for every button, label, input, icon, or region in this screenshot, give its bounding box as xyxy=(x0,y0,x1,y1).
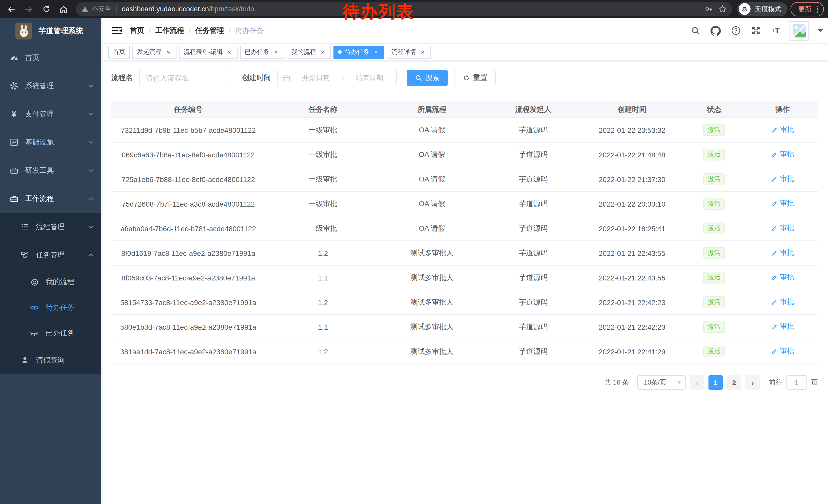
goto-page-input[interactable] xyxy=(786,375,807,390)
task-time: 2022-01-22 20:33:10 xyxy=(583,191,681,216)
approve-link[interactable]: 审批 xyxy=(771,150,794,159)
workflow-submenu: 流程管理 任务管理 我的流程 xyxy=(0,213,101,374)
close-icon[interactable]: × xyxy=(226,48,233,56)
close-icon[interactable]: × xyxy=(372,48,380,56)
sidebar-item-label: 任务管理 xyxy=(36,250,65,260)
breadcrumb-task-mgmt[interactable]: 任务管理 xyxy=(196,26,224,35)
col-status: 状态 xyxy=(681,102,747,118)
prev-page-button[interactable]: ‹ xyxy=(690,375,704,390)
task-name: 1.2 xyxy=(265,339,381,364)
sidebar-scrollbar[interactable] xyxy=(101,18,103,504)
sidebar-item-payment[interactable]: ¥ 支付管理 xyxy=(0,100,101,128)
breadcrumb-home[interactable]: 首页 xyxy=(130,26,144,35)
sidebar-item-label: 我的流程 xyxy=(46,277,74,287)
chevron-down-icon xyxy=(88,169,94,172)
approve-link[interactable]: 审批 xyxy=(771,322,794,331)
status-badge: 激活 xyxy=(703,222,725,234)
sidebar-item-done-tasks[interactable]: 已办任务 xyxy=(0,320,101,346)
approve-link[interactable]: 审批 xyxy=(771,347,794,356)
task-starter: 芋道源码 xyxy=(483,241,583,265)
date-range-picker[interactable]: 开始日期 - 结束日期 xyxy=(277,70,397,86)
sidebar-item-process-mgmt[interactable]: 流程管理 xyxy=(0,213,101,241)
sidebar-item-label: 工作流程 xyxy=(25,194,54,203)
chevron-up-icon xyxy=(88,197,94,200)
sidebar-item-label: 支付管理 xyxy=(25,109,54,119)
col-task-name: 任务名称 xyxy=(265,102,381,118)
status-badge: 激活 xyxy=(703,124,725,136)
yen-icon: ¥ xyxy=(9,110,19,119)
tab-done-tasks[interactable]: 已办任务× xyxy=(240,45,284,59)
sidebar-item-workflow[interactable]: 工作流程 xyxy=(0,185,101,213)
tab-start-process[interactable]: 发起流程× xyxy=(132,45,176,59)
tab-todo-tasks[interactable]: 待办任务× xyxy=(333,45,384,59)
task-id: a6aba0a4-7b6d-11ec-b781-acde48001122 xyxy=(111,216,265,241)
app-logo-row[interactable]: 芋道管理系统 xyxy=(0,18,101,44)
reset-button[interactable]: 重置 xyxy=(455,70,496,86)
table-row: 381aa1dd-7ac8-11ec-a9e2-a2380e71991a 1.2… xyxy=(111,339,818,364)
sidebar-item-home[interactable]: 首页 xyxy=(0,44,101,72)
process-name-label: 流程名 xyxy=(111,73,133,83)
tab-process-detail[interactable]: 流程详情× xyxy=(387,45,431,59)
security-chip[interactable]: 不安全 xyxy=(81,5,111,13)
tab-my-process[interactable]: 我的流程× xyxy=(287,45,331,59)
password-key-icon[interactable] xyxy=(704,5,713,13)
table-row: 069c6a63-7b8a-11ec-8ef0-acde48001122 一级审… xyxy=(111,142,818,167)
avatar-caret-icon[interactable] xyxy=(818,29,823,32)
github-icon[interactable] xyxy=(709,25,722,37)
page-size-select[interactable]: 10条/页 xyxy=(637,375,686,390)
page-button-2[interactable]: 2 xyxy=(727,375,741,390)
sidebar-collapse-icon[interactable] xyxy=(108,22,126,39)
task-process: 测试多审批人 xyxy=(381,339,483,364)
approve-link[interactable]: 审批 xyxy=(771,248,794,258)
font-size-icon[interactable]: TT xyxy=(770,25,782,37)
chevron-down-icon xyxy=(677,381,681,384)
tab-home[interactable]: 首页 xyxy=(108,45,130,59)
sidebar-item-todo-tasks[interactable]: 待办任务 xyxy=(0,295,101,320)
annotation-overlay: 待办列表 xyxy=(343,1,415,24)
sidebar-item-system[interactable]: 系统管理 xyxy=(0,72,101,100)
approve-link[interactable]: 审批 xyxy=(771,175,794,184)
bookmark-star-icon[interactable] xyxy=(718,5,727,13)
approve-link[interactable]: 审批 xyxy=(771,273,794,282)
process-name-input[interactable] xyxy=(139,70,230,86)
browser-update-button[interactable]: 更新 xyxy=(791,2,824,16)
close-icon[interactable]: × xyxy=(419,48,426,56)
chevron-up-icon xyxy=(88,253,94,257)
approve-link[interactable]: 审批 xyxy=(771,125,794,135)
browser-menu-icon[interactable] xyxy=(817,5,818,12)
task-name: 1.1 xyxy=(265,315,381,339)
task-time: 2022-01-22 21:37:30 xyxy=(583,167,681,191)
browser-forward-button[interactable] xyxy=(22,2,36,16)
pagination: 共 16 条 10条/页 ‹ 1 2 › 前往 页 xyxy=(111,375,818,390)
search-button[interactable]: 搜索 xyxy=(407,70,448,86)
sidebar-item-label: 基础设施 xyxy=(25,138,54,147)
close-icon[interactable]: × xyxy=(273,48,280,56)
page-button-1[interactable]: 1 xyxy=(708,375,723,390)
tags-view: 首页 发起流程× 流程表单-编辑× 已办任务× 我的流程× 待办任务× 流程详情… xyxy=(103,44,828,61)
next-page-button[interactable]: › xyxy=(745,375,760,390)
approve-link[interactable]: 审批 xyxy=(771,224,794,233)
browser-home-button[interactable] xyxy=(56,2,71,16)
tab-form-edit[interactable]: 流程表单-编辑× xyxy=(179,45,238,59)
approve-link[interactable]: 审批 xyxy=(771,199,794,209)
sidebar-item-my-process[interactable]: 我的流程 xyxy=(0,269,101,295)
tasks-table: 任务编号 任务名称 所属流程 流程发起人 创建时间 状态 操作 73211d9d… xyxy=(111,101,818,364)
sidebar-item-leave-query[interactable]: 请假查询 xyxy=(0,346,101,374)
sidebar-item-infra[interactable]: 基础设施 xyxy=(0,128,101,156)
search-icon[interactable] xyxy=(690,25,702,37)
sidebar-item-task-mgmt[interactable]: 任务管理 xyxy=(0,241,101,269)
help-icon[interactable] xyxy=(730,25,742,37)
navbar: 首页 / 工作流程 / 任务管理 / 待办任务 xyxy=(103,18,828,44)
col-actions: 操作 xyxy=(747,102,818,118)
browser-back-button[interactable] xyxy=(4,2,18,16)
end-date-placeholder: 结束日期 xyxy=(348,73,391,83)
approve-link[interactable]: 审批 xyxy=(771,297,794,307)
breadcrumb-workflow[interactable]: 工作流程 xyxy=(156,26,184,35)
browser-reload-button[interactable] xyxy=(39,2,53,16)
close-icon[interactable]: × xyxy=(319,48,326,56)
fullscreen-icon[interactable] xyxy=(749,25,762,37)
update-label: 更新 xyxy=(798,4,812,13)
close-icon[interactable]: × xyxy=(165,48,172,56)
avatar[interactable] xyxy=(790,21,809,40)
sidebar-item-devtools[interactable]: 研发工具 xyxy=(0,156,101,185)
